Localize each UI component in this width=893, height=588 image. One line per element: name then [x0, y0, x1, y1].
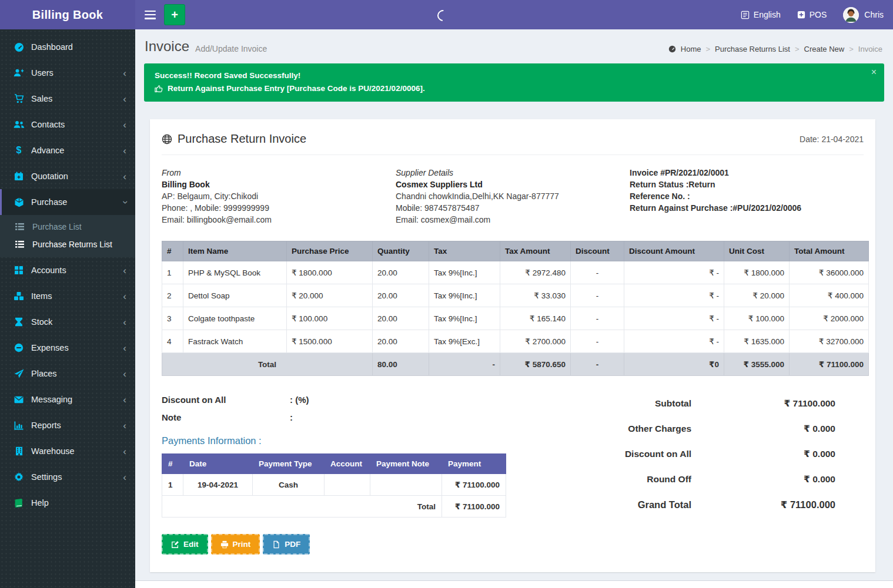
col-item-name: Fastrack Watch: [183, 330, 287, 353]
success-alert: Success!! Record Saved Successfully! Ret…: [144, 63, 884, 102]
minus-circle-icon: [12, 343, 26, 352]
book-icon: [12, 499, 26, 508]
summary-row: Subtotal ₹ 71100.000: [517, 398, 835, 409]
total-discount: -: [571, 353, 624, 376]
print-button[interactable]: Print: [211, 534, 260, 555]
payments-heading: Payments Information :: [162, 435, 517, 446]
summary-label: Discount on All: [625, 449, 691, 459]
content-area: Invoice Add/Update Invoice Home > Purcha…: [135, 29, 893, 588]
chevron-left-icon: ‹: [123, 395, 126, 405]
sidebar-item-messaging[interactable]: Messaging ‹: [0, 387, 135, 412]
col-discount: -: [571, 284, 624, 307]
language-menu[interactable]: English: [741, 10, 781, 19]
col-unit-cost: ₹ 20.000: [724, 284, 790, 307]
payments-total-label: Total: [162, 496, 442, 518]
dollar-icon: $: [12, 145, 26, 156]
sidebar-item-purchase-returns-list[interactable]: Purchase Returns List: [0, 236, 135, 253]
close-icon[interactable]: ×: [871, 68, 877, 77]
chevron-left-icon: ‹: [123, 472, 126, 482]
col-index: 4: [162, 330, 183, 353]
topbar: Billing Book + English POS Chris: [0, 0, 893, 29]
brand-logo[interactable]: Billing Book: [0, 0, 135, 29]
sidebar-item-accounts[interactable]: Accounts ‹: [0, 257, 135, 283]
col-quantity: 20.00: [373, 284, 429, 307]
breadcrumb-create-new[interactable]: Create New: [804, 45, 845, 53]
summary-value: ₹ 0.000: [691, 449, 835, 459]
hamburger-icon[interactable]: [145, 11, 156, 19]
items-header-cell: Discount: [571, 241, 624, 261]
items-header-cell: Unit Cost: [724, 241, 790, 261]
sidebar-item-help[interactable]: Help: [0, 490, 135, 516]
main-layout: Dashboard Users ‹ Sales ‹ Contacts ‹ $ A…: [0, 29, 893, 588]
invoice-title-row: Purchase Return Invoice: [162, 132, 306, 146]
pos-button[interactable]: POS: [797, 10, 827, 19]
sidebar-item-purchase[interactable]: Purchase ‹: [0, 189, 135, 215]
sidebar-item-settings[interactable]: Settings ‹: [0, 464, 135, 490]
note-value: :: [290, 412, 293, 422]
sidebar-item-label: Reports: [31, 421, 61, 430]
items-header-cell: Quantity: [373, 241, 429, 261]
bar-chart-icon: [12, 421, 26, 430]
breadcrumb-purchase-returns-list[interactable]: Purchase Returns List: [715, 45, 790, 53]
table-row: 1 19-04-2021 Cash ₹ 71100.000: [162, 474, 506, 496]
cubes-icon: [12, 291, 26, 301]
supplier-mobile: Mobile: 987457875487: [396, 202, 630, 214]
sidebar-item-quotation[interactable]: Quotation ‹: [0, 163, 135, 189]
grid-icon: [12, 266, 26, 275]
col-tax: Tax 9%[Exc.]: [429, 330, 500, 353]
sidebar-item-label: Purchase: [31, 197, 67, 207]
discount-on-all-row: Discount on All : (%): [162, 395, 517, 405]
sidebar-item-label: Dashboard: [31, 42, 73, 52]
summary-value: ₹ 71100.000: [691, 499, 835, 510]
summary-value: ₹ 71100.000: [691, 398, 835, 409]
pdf-button[interactable]: PDF: [263, 534, 310, 555]
sidebar-item-label: Messaging: [31, 395, 72, 404]
total-tax-amount: ₹ 5870.650: [500, 353, 571, 376]
gears-icon: [12, 472, 26, 482]
col-discount: -: [571, 261, 624, 284]
sidebar-item-dashboard[interactable]: Dashboard: [0, 34, 135, 60]
items-total-row: Total 80.00 - ₹ 5870.650 - ₹0 ₹ 3555.000…: [162, 353, 869, 376]
col-purchase-price: ₹ 20.000: [287, 284, 373, 307]
payments-header-cell: Payment Note: [370, 454, 442, 474]
chevron-left-icon: ‹: [123, 146, 126, 156]
sidebar-item-stock[interactable]: Stock ‹: [0, 309, 135, 335]
col-index: 2: [162, 284, 183, 307]
chevron-left-icon: ‹: [123, 343, 126, 353]
users-icon: [12, 120, 26, 129]
sidebar-item-purchase-list[interactable]: Purchase List: [0, 218, 135, 236]
edit-button[interactable]: Edit: [162, 534, 208, 555]
sidebar-item-items[interactable]: Items ‹: [0, 283, 135, 309]
paper-plane-icon: [12, 369, 26, 378]
sidebar-item-label: Users: [31, 68, 53, 78]
col-quantity: 20.00: [373, 261, 429, 284]
sidebar-item-contacts[interactable]: Contacts ‹: [0, 112, 135, 137]
sidebar-item-advance[interactable]: $ Advance ‹: [0, 137, 135, 163]
discount-on-all-label: Discount on All: [162, 395, 290, 405]
breadcrumb-separator: >: [795, 45, 800, 53]
language-label: English: [754, 10, 781, 19]
total-discount-amount: ₹0: [624, 353, 724, 376]
sidebar-item-users[interactable]: Users ‹: [0, 60, 135, 86]
add-new-button[interactable]: +: [164, 4, 185, 25]
sidebar-item-sales[interactable]: Sales ‹: [0, 86, 135, 112]
chevron-left-icon: ‹: [123, 291, 126, 301]
sidebar-item-label: Expenses: [31, 343, 69, 352]
sidebar-item-expenses[interactable]: Expenses ‹: [0, 335, 135, 361]
breadcrumb-home[interactable]: Home: [681, 45, 701, 53]
sidebar-item-places[interactable]: Places ‹: [0, 361, 135, 387]
col-tax: Tax 9%[Inc.]: [429, 284, 500, 307]
pencil-icon: [171, 540, 179, 549]
col-tax-amount: ₹ 2700.000: [500, 330, 571, 353]
sidebar-item-warehouse[interactable]: Warehouse ‹: [0, 438, 135, 464]
col-discount-amount: ₹ -: [624, 261, 724, 284]
envelope-icon: [12, 396, 26, 404]
summary-value: ₹ 0.000: [691, 424, 835, 434]
payments-header-cell: Date: [183, 454, 253, 474]
user-menu[interactable]: Chris: [843, 7, 884, 23]
payments-header-cell: Payment: [442, 454, 506, 474]
sidebar-item-reports[interactable]: Reports ‹: [0, 412, 135, 438]
from-heading: From: [162, 167, 396, 179]
invoice-date: Date: 21-04-2021: [800, 135, 864, 144]
breadcrumb-separator: >: [849, 45, 854, 53]
